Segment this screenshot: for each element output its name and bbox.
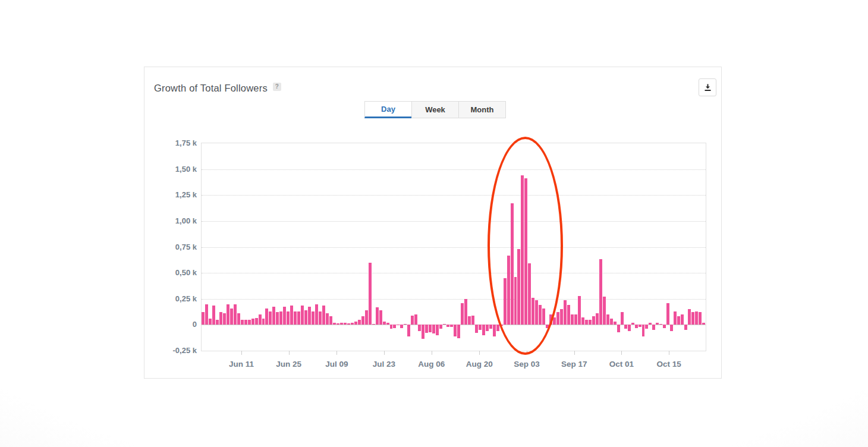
bar[interactable] [425,325,428,333]
bar[interactable] [369,263,372,325]
bar[interactable] [475,325,478,333]
bar[interactable] [376,307,379,325]
bar[interactable] [471,316,474,325]
bar[interactable] [617,325,620,332]
bar[interactable] [439,325,442,329]
bar[interactable] [674,311,677,325]
bar[interactable] [319,311,322,325]
bar[interactable] [560,309,563,325]
bar[interactable] [386,323,389,325]
bar[interactable] [404,324,407,325]
bar[interactable] [702,323,705,325]
bar[interactable] [574,314,577,325]
bar[interactable] [677,316,680,325]
bar[interactable] [340,323,343,325]
tab-week[interactable]: Week [411,101,459,118]
bar[interactable] [234,304,237,325]
bar[interactable] [205,304,208,325]
bar[interactable] [326,313,329,325]
bar[interactable] [329,316,332,325]
bar[interactable] [333,323,336,325]
bar[interactable] [546,325,549,328]
bar[interactable] [564,300,567,325]
bar[interactable] [227,304,229,325]
bar[interactable] [237,313,240,325]
bar[interactable] [656,323,659,325]
bar[interactable] [581,317,584,325]
bar[interactable] [432,325,435,333]
bar[interactable] [290,306,293,325]
bar[interactable] [486,325,489,331]
bar[interactable] [596,313,599,325]
bar[interactable] [614,322,617,325]
bar[interactable] [244,320,247,325]
bar[interactable] [624,325,627,329]
tab-month[interactable]: Month [458,101,506,118]
bar[interactable] [517,249,520,325]
bar[interactable] [372,324,375,325]
bar[interactable] [542,309,545,325]
bar[interactable] [308,307,311,325]
bar[interactable] [400,325,403,328]
bar[interactable] [272,307,275,325]
bar[interactable] [414,314,417,325]
bar[interactable] [507,256,510,325]
bar[interactable] [521,175,524,325]
bar[interactable] [379,310,382,325]
bar[interactable] [241,320,244,325]
bar[interactable] [230,309,233,325]
bar[interactable] [592,316,595,325]
bar[interactable] [599,259,602,325]
bar[interactable] [493,325,496,336]
bar[interactable] [393,325,396,328]
bar[interactable] [248,320,251,325]
bar[interactable] [461,303,464,325]
bar[interactable] [639,325,641,327]
bar[interactable] [500,325,503,326]
bar[interactable] [202,312,205,325]
bar[interactable] [482,325,485,335]
bar[interactable] [358,320,361,325]
bar[interactable] [265,309,268,325]
bar[interactable] [578,296,581,325]
bar[interactable] [279,311,282,325]
bar[interactable] [276,312,279,325]
bar[interactable] [532,298,534,325]
bar[interactable] [645,325,648,329]
bar[interactable] [457,325,460,338]
bar[interactable] [553,317,556,325]
bar[interactable] [585,320,588,325]
bar[interactable] [589,320,592,325]
bar[interactable] [567,305,570,325]
bar[interactable] [255,318,258,325]
bar[interactable] [383,322,386,325]
download-button[interactable] [699,78,716,96]
bar[interactable] [635,325,638,328]
bar[interactable] [511,203,514,325]
help-icon[interactable]: ? [273,83,281,91]
bar[interactable] [443,324,446,325]
bar[interactable] [322,306,325,325]
bar[interactable] [301,306,304,325]
bar[interactable] [606,314,609,325]
bar[interactable] [695,311,698,325]
bar[interactable] [699,312,702,325]
bar[interactable] [304,310,307,325]
bar[interactable] [489,325,492,329]
bar[interactable] [344,323,347,325]
bar[interactable] [365,310,368,325]
bar[interactable] [216,320,219,325]
bar[interactable] [571,314,574,325]
bar[interactable] [397,325,400,325]
bar[interactable] [681,314,684,325]
bar[interactable] [287,311,290,325]
bar[interactable] [283,307,286,325]
tab-day[interactable]: Day [364,101,412,118]
bar[interactable] [496,325,499,331]
bar[interactable] [351,323,354,325]
bar[interactable] [603,297,606,325]
bar[interactable] [539,305,542,325]
bar[interactable] [666,303,669,325]
bar[interactable] [354,322,357,325]
bar[interactable] [361,316,364,325]
